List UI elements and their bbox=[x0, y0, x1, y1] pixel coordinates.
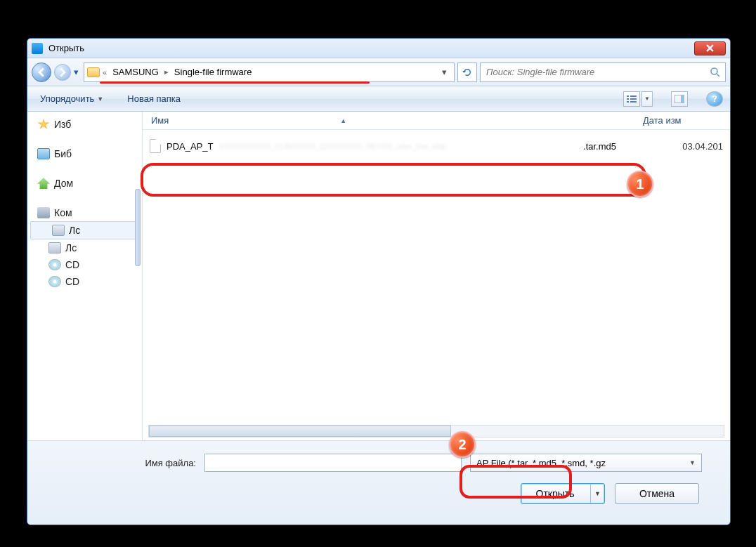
path-root: « bbox=[103, 68, 107, 77]
annotation-underline bbox=[100, 81, 370, 84]
filename-input[interactable] bbox=[204, 454, 462, 472]
organize-menu[interactable]: Упорядочить ▼ bbox=[34, 91, 109, 107]
window-title: Открыть bbox=[48, 43, 84, 53]
view-mode-dropdown[interactable]: ▼ bbox=[641, 91, 653, 107]
open-button[interactable]: Открыть ▼ bbox=[521, 483, 605, 504]
file-name: PDA_AP_T XXXXXXXXXX_CLAXXXXX_QXXXXXXX_RE… bbox=[167, 141, 616, 152]
search-input[interactable] bbox=[485, 66, 710, 78]
sidebar-label: Ком bbox=[54, 207, 72, 218]
file-list[interactable]: Имя ▲ Дата изм PDA_AP_T XXXXXXXXXX_CLAXX… bbox=[143, 112, 730, 440]
search-box[interactable] bbox=[480, 62, 726, 82]
library-icon bbox=[37, 148, 50, 159]
svg-rect-3 bbox=[627, 98, 629, 100]
arrow-right-icon bbox=[58, 67, 67, 77]
breadcrumb-segment[interactable]: SAMSUNG bbox=[110, 65, 162, 79]
body: Изб Биб Дом Ком Лс Лс bbox=[27, 112, 730, 440]
view-mode-button[interactable] bbox=[623, 91, 640, 107]
open-button-label: Открыть bbox=[536, 488, 575, 499]
close-button[interactable] bbox=[694, 41, 726, 55]
sidebar[interactable]: Изб Биб Дом Ком Лс Лс bbox=[27, 112, 143, 440]
filetype-select[interactable]: AP File (*.tar, *.md5, *.smd, *.gz ▼ bbox=[470, 454, 702, 472]
sidebar-homegroup[interactable]: Дом bbox=[27, 175, 142, 192]
sidebar-label: Биб bbox=[54, 148, 72, 159]
refresh-icon bbox=[462, 67, 472, 77]
file-date: 03.04.201 bbox=[682, 141, 723, 152]
sidebar-cdrom[interactable]: CD bbox=[27, 256, 142, 273]
toolbar: Упорядочить ▼ Новая папка ▼ bbox=[27, 86, 730, 112]
preview-pane-button[interactable] bbox=[671, 91, 688, 107]
svg-rect-8 bbox=[681, 95, 684, 103]
sidebar-label: Лс bbox=[65, 242, 77, 253]
sidebar-drive[interactable]: Лс bbox=[27, 239, 142, 256]
file-row[interactable]: PDA_AP_T XXXXXXXXXX_CLAXXXXX_QXXXXXXX_RE… bbox=[143, 137, 730, 155]
computer-icon bbox=[37, 207, 50, 218]
svg-rect-6 bbox=[630, 101, 637, 103]
sidebar-libraries[interactable]: Биб bbox=[27, 145, 142, 162]
sidebar-label: Дом bbox=[54, 178, 73, 189]
file-name-obscured: XXXXXXXXXX_CLAXXXXX_QXXXXXXX_REVXX_user_… bbox=[219, 143, 578, 150]
nav-history-dropdown[interactable]: ▾ bbox=[74, 67, 81, 77]
filetype-label: AP File (*.tar, *.md5, *.smd, *.gz bbox=[476, 458, 689, 468]
file-name-prefix: PDA_AP_T bbox=[167, 141, 213, 152]
help-icon: ? bbox=[712, 93, 717, 104]
help-button[interactable]: ? bbox=[706, 91, 723, 107]
new-folder-label: Новая папка bbox=[127, 93, 181, 104]
open-button-dropdown[interactable]: ▼ bbox=[590, 484, 604, 503]
chevron-down-icon: ▼ bbox=[97, 95, 103, 103]
chevron-down-icon: ▼ bbox=[644, 95, 650, 102]
sort-asc-icon: ▲ bbox=[340, 117, 346, 124]
sidebar-favorites[interactable]: Изб bbox=[27, 116, 142, 133]
svg-rect-4 bbox=[630, 98, 637, 100]
list-view-icon bbox=[627, 95, 637, 103]
column-date-label: Дата изм bbox=[643, 115, 682, 126]
back-button[interactable] bbox=[32, 62, 51, 82]
arrow-left-icon bbox=[37, 67, 46, 77]
sidebar-drive[interactable]: Лс bbox=[30, 221, 139, 239]
column-headers[interactable]: Имя ▲ Дата изм bbox=[143, 112, 730, 130]
search-icon bbox=[710, 67, 721, 78]
footer: Имя файла: AP File (*.tar, *.md5, *.smd,… bbox=[27, 440, 730, 525]
titlebar[interactable]: Открыть bbox=[27, 39, 730, 58]
cancel-button[interactable]: Отмена bbox=[615, 483, 699, 504]
svg-rect-1 bbox=[627, 95, 629, 97]
breadcrumb-segment[interactable]: Single-file firmware bbox=[171, 65, 255, 79]
nav-row: ▾ « SAMSUNG ▸ Single-file firmware ▾ bbox=[27, 58, 730, 86]
sidebar-label: CD bbox=[65, 276, 79, 287]
annotation-badge-2: 2 bbox=[449, 431, 476, 458]
folder-icon bbox=[87, 67, 100, 77]
forward-button[interactable] bbox=[54, 64, 71, 81]
column-date[interactable]: Дата изм bbox=[634, 115, 690, 126]
refresh-button[interactable] bbox=[457, 62, 477, 82]
sidebar-label: CD bbox=[65, 259, 79, 270]
drive-icon bbox=[52, 225, 65, 236]
sidebar-label: Лс bbox=[69, 225, 80, 236]
cancel-button-label: Отмена bbox=[639, 488, 674, 499]
file-name-ext: .tar.md5 bbox=[583, 141, 616, 152]
disc-icon bbox=[48, 259, 61, 270]
svg-rect-5 bbox=[627, 101, 629, 103]
file-icon bbox=[150, 139, 161, 153]
sidebar-label: Изб bbox=[54, 119, 71, 130]
scrollbar-thumb[interactable] bbox=[149, 426, 451, 437]
close-icon bbox=[706, 44, 714, 52]
sidebar-cdrom[interactable]: CD bbox=[27, 273, 142, 290]
horizontal-scrollbar[interactable] bbox=[148, 425, 724, 437]
app-icon bbox=[32, 43, 43, 54]
chevron-down-icon: ▼ bbox=[689, 459, 696, 466]
new-folder-button[interactable]: Новая папка bbox=[122, 91, 186, 107]
annotation-badge-1: 1 bbox=[627, 171, 653, 197]
sidebar-scrollbar[interactable] bbox=[135, 189, 141, 266]
sidebar-computer[interactable]: Ком bbox=[27, 204, 142, 221]
homegroup-icon bbox=[37, 178, 50, 189]
chevron-right-icon: ▸ bbox=[164, 67, 169, 77]
address-dropdown[interactable]: ▾ bbox=[438, 67, 451, 77]
preview-pane-icon bbox=[674, 95, 684, 103]
filename-label: Имя файла: bbox=[56, 458, 196, 468]
column-name-label: Имя bbox=[151, 115, 169, 126]
column-name[interactable]: Имя ▲ bbox=[143, 115, 634, 126]
svg-rect-2 bbox=[630, 95, 637, 97]
address-bar[interactable]: « SAMSUNG ▸ Single-file firmware ▾ bbox=[84, 62, 455, 82]
open-dialog-window: Открыть ▾ « SAMSUNG ▸ Single-file firmwa… bbox=[27, 38, 731, 525]
star-icon bbox=[37, 119, 50, 130]
organize-label: Упорядочить bbox=[40, 93, 94, 104]
